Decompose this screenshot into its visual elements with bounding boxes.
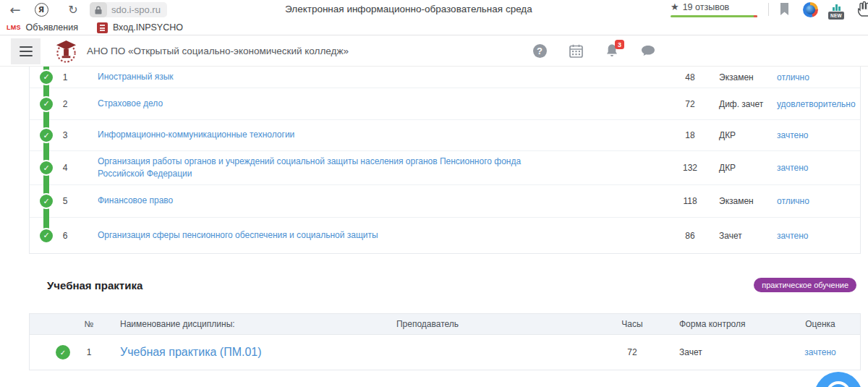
chat-bubble-icon [826, 381, 851, 387]
bookmark-label: Объявления [26, 22, 78, 33]
practice-section-header: Учебная практика практическое обучение [47, 276, 856, 294]
hand-pointer-icon[interactable] [856, 0, 868, 19]
discipline-number: 2 [54, 99, 76, 109]
notifications-bell-icon[interactable]: 3 [604, 43, 620, 59]
college-name: АНО ПО «Открытый социально-экономический… [87, 46, 349, 56]
browser-toolbar: ← Я ↻ sdo.i-spo.ru Электронная информаци… [0, 0, 868, 20]
discipline-number: 6 [54, 231, 76, 241]
header-name: Наименование дисциплины: [103, 319, 370, 329]
discipline-hours: 132 [661, 163, 719, 173]
completed-check-icon: ✓ [38, 228, 54, 244]
discipline-link[interactable]: Информационно-коммуникационные технологи… [98, 129, 294, 141]
yandex-browser-icon[interactable]: Я [33, 1, 49, 17]
bookmark-label: Вход.INPSYCHO [113, 22, 183, 33]
discipline-control: Диф. зачет [719, 99, 777, 109]
reviews-label: 19 отзывов [683, 2, 730, 12]
discipline-number: 1 [54, 72, 76, 82]
discipline-number: 3 [54, 130, 76, 140]
discipline-row: ✓ 2 Страховое дело 72 Диф. зачет удовлет… [30, 88, 860, 120]
notifications-count-badge: 3 [615, 40, 624, 49]
menu-hamburger-button[interactable] [11, 38, 41, 64]
reviews-rating-bar [671, 15, 757, 17]
discipline-control: Экзамен [719, 72, 777, 82]
site-header: АНО ПО «Открытый социально-экономический… [0, 36, 868, 67]
discipline-link[interactable]: Иностранный язык [98, 71, 174, 83]
grade-link[interactable]: отлично [777, 72, 809, 82]
new-badge: NEW [828, 12, 844, 20]
practice-type-badge: практическое обучение [754, 278, 856, 292]
extension-sphere-icon[interactable] [803, 2, 818, 17]
discipline-number: 4 [54, 163, 76, 173]
header-icons: ? 3 [532, 43, 656, 59]
rating-bar-tip [754, 15, 757, 17]
help-icon[interactable]: ? [532, 43, 548, 59]
grade-link[interactable]: зачтено [777, 231, 809, 241]
page-title: Электронная информационно-образовательна… [285, 4, 532, 14]
practice-control: Зачет [665, 347, 780, 357]
discipline-number: 5 [54, 196, 76, 206]
main-content: ✓ 1 Иностранный язык 48 Экзамен отлично … [0, 67, 868, 387]
header-grade: Оценка [780, 319, 860, 329]
lock-icon [90, 2, 107, 17]
discipline-row: ✓ 3 Информационно-коммуникационные техно… [30, 120, 860, 151]
grade-link[interactable]: зачтено [777, 130, 809, 140]
discipline-hours: 48 [661, 72, 719, 82]
lms-favicon: LMS [7, 24, 21, 31]
completed-check-icon: ✓ [38, 69, 54, 85]
discipline-hours: 18 [661, 130, 719, 140]
messages-chat-icon[interactable] [640, 43, 656, 59]
discipline-row: ✓ 1 Иностранный язык 48 Экзамен отлично [30, 67, 860, 88]
completed-check-icon: ✓ [38, 96, 54, 112]
completed-check-icon: ✓ [38, 127, 54, 143]
practice-table-header: № Наименование дисциплины: Преподаватель… [30, 314, 860, 335]
extension-new-icon[interactable]: NEW [827, 0, 845, 20]
practice-hours: 72 [600, 347, 665, 357]
address-bar[interactable]: sdo.i-spo.ru [90, 2, 167, 17]
practice-table: № Наименование дисциплины: Преподаватель… [29, 313, 861, 370]
calendar-icon[interactable] [568, 43, 584, 59]
practice-row: ✓ 1 Учебная практика (ПМ.01) 72 Зачет за… [30, 335, 860, 370]
mini-chart-icon [833, 4, 841, 11]
discipline-control: ДКР [719, 163, 777, 173]
discipline-control: Зачет [719, 231, 777, 241]
browser-window: ← Я ↻ sdo.i-spo.ru Электронная информаци… [0, 0, 868, 387]
discipline-control: Экзамен [719, 196, 777, 206]
back-button[interactable]: ← [6, 1, 25, 17]
grade-link[interactable]: удовлетворительно [777, 99, 856, 109]
grade-link[interactable]: зачтено [804, 347, 836, 357]
discipline-link[interactable]: Страховое дело [98, 98, 163, 110]
discipline-row: ✓ 6 Организация сферы пенсионного обеспе… [30, 218, 860, 253]
disciplines-table: ✓ 1 Иностранный язык 48 Экзамен отлично … [29, 67, 861, 254]
practice-link[interactable]: Учебная практика (ПМ.01) [120, 346, 262, 358]
discipline-control: ДКР [719, 130, 777, 140]
header-hours: Часы [600, 319, 665, 329]
completed-check-icon: ✓ [38, 193, 54, 209]
bookmark-item-inpsycho[interactable]: Вход.INPSYCHO [97, 22, 183, 33]
url-text: sdo.i-spo.ru [111, 4, 161, 15]
header-control: Форма контроля [665, 319, 780, 329]
header-teacher: Преподаватель [370, 319, 485, 329]
discipline-hours: 72 [661, 99, 719, 109]
toolbar-divider [768, 3, 769, 16]
star-icon: ★ [671, 1, 679, 12]
completed-check-icon: ✓ [38, 160, 54, 176]
discipline-link[interactable]: Финансовое право [98, 195, 173, 207]
inpsycho-favicon [97, 22, 108, 33]
grade-link[interactable]: отлично [777, 196, 809, 206]
discipline-row: ✓ 4 Организация работы органов и учрежде… [30, 151, 860, 185]
discipline-link[interactable]: Организация работы органов и учреждений … [98, 156, 561, 181]
reviews-button[interactable]: ★ 19 отзывов [671, 1, 757, 17]
discipline-hours: 118 [661, 196, 719, 206]
college-logo [55, 39, 77, 64]
refresh-button[interactable]: ↻ [65, 1, 81, 17]
discipline-row: ✓ 5 Финансовое право 118 Экзамен отлично [30, 185, 860, 218]
bookmarks-bar: LMS Объявления Вход.INPSYCHO [0, 20, 868, 35]
discipline-link[interactable]: Организация сферы пенсионного обеспечени… [98, 229, 378, 242]
bookmark-icon[interactable] [780, 3, 789, 16]
discipline-hours: 86 [661, 231, 719, 241]
grade-link[interactable]: зачтено [777, 163, 809, 173]
practice-number: 1 [75, 347, 103, 357]
header-num: № [75, 319, 103, 329]
bookmark-item-lms[interactable]: LMS Объявления [7, 22, 78, 33]
section-title: Учебная практика [47, 279, 142, 292]
